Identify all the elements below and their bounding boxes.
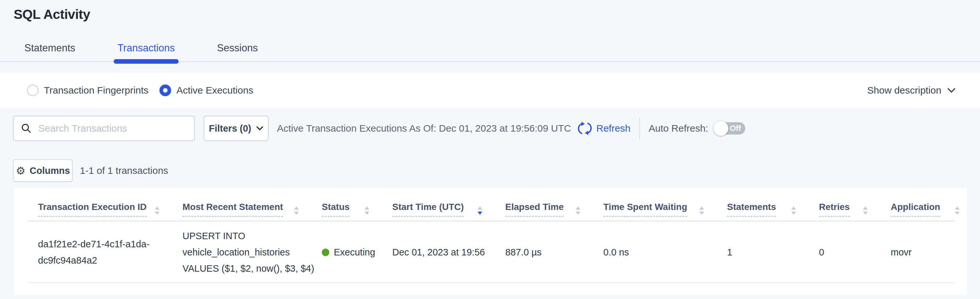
column-header-retries[interactable]: Retries xyxy=(819,202,891,221)
show-description-toggle[interactable]: Show description xyxy=(867,85,956,96)
transactions-table: Transaction Execution ID Most Recent Sta… xyxy=(14,187,967,295)
show-description-label: Show description xyxy=(867,85,941,96)
view-mode-bar: Transaction Fingerprints Active Executio… xyxy=(0,73,980,108)
table-toolbar: ⚙︎ Columns 1-1 of 1 transactions xyxy=(13,159,967,182)
sort-icon xyxy=(364,206,369,215)
auto-refresh-toggle[interactable]: Off xyxy=(714,122,745,134)
sort-icon xyxy=(699,206,704,215)
filters-label: Filters (0) xyxy=(209,123,251,134)
refresh-icon xyxy=(578,121,592,136)
column-header-most-recent-statement[interactable]: Most Recent Statement xyxy=(183,202,322,221)
cell-start-time: Dec 01, 2023 at 19:56 xyxy=(392,244,505,260)
search-icon xyxy=(21,123,32,134)
chevron-down-icon xyxy=(256,126,263,131)
column-header-status[interactable]: Status xyxy=(322,202,392,221)
radio-unselected-icon xyxy=(27,85,39,96)
sql-activity-page: SQL Activity Statements Transactions Ses… xyxy=(0,0,980,299)
status-label: Executing xyxy=(334,244,375,260)
cell-most-recent-statement: UPSERT INTO vehicle_location_histories V… xyxy=(183,228,322,277)
radio-label: Transaction Fingerprints xyxy=(44,85,148,96)
tab-transactions[interactable]: Transactions xyxy=(114,43,178,61)
tab-statements[interactable]: Statements xyxy=(21,43,79,61)
radio-selected-icon xyxy=(159,85,171,96)
result-count: 1-1 of 1 transactions xyxy=(80,165,168,176)
cell-status: Executing xyxy=(322,244,392,260)
columns-button[interactable]: ⚙︎ Columns xyxy=(13,159,73,182)
tab-sessions[interactable]: Sessions xyxy=(213,43,262,61)
toggle-state-label: Off xyxy=(730,124,745,133)
search-input-wrapper[interactable] xyxy=(13,116,195,141)
sort-icon xyxy=(294,206,299,215)
radio-active-executions[interactable]: Active Executions xyxy=(159,85,253,96)
auto-refresh-label: Auto Refresh: xyxy=(649,123,708,134)
divider xyxy=(640,118,640,139)
cell-time-spent-waiting: 0.0 ns xyxy=(603,244,727,260)
columns-button-label: Columns xyxy=(30,165,70,176)
radio-label: Active Executions xyxy=(176,85,253,96)
page-title: SQL Activity xyxy=(14,6,980,22)
chevron-down-icon xyxy=(947,88,956,93)
column-header-elapsed-time[interactable]: Elapsed Time xyxy=(505,202,603,221)
sort-icon xyxy=(154,206,160,215)
tab-bar: Statements Transactions Sessions xyxy=(0,43,980,62)
toggle-knob xyxy=(713,121,729,136)
sort-icon xyxy=(791,206,796,215)
cell-retries: 0 xyxy=(819,244,891,260)
as-of-text: Active Transaction Executions As Of: Dec… xyxy=(277,123,571,134)
status-executing-dot-icon xyxy=(322,249,329,256)
column-header-time-spent-waiting[interactable]: Time Spent Waiting xyxy=(603,202,727,221)
radio-transaction-fingerprints[interactable]: Transaction Fingerprints xyxy=(27,85,148,96)
column-header-start-time[interactable]: Start Time (UTC) xyxy=(392,202,505,221)
gear-icon: ⚙︎ xyxy=(16,165,25,176)
sort-icon xyxy=(955,206,960,215)
sort-icon-desc-active xyxy=(477,206,482,215)
controls-row: Filters (0) Active Transaction Execution… xyxy=(13,116,967,141)
table-header-row: Transaction Execution ID Most Recent Sta… xyxy=(14,187,967,221)
filters-button[interactable]: Filters (0) xyxy=(204,116,269,141)
cell-statements: 1 xyxy=(727,244,819,260)
table-row[interactable]: da1f21e2-de71-4c1f-a1da-dc9fc94a84a2 UPS… xyxy=(14,221,967,283)
sort-icon xyxy=(575,206,581,215)
cell-application: movr xyxy=(891,244,968,260)
column-header-statements[interactable]: Statements xyxy=(727,202,819,221)
column-header-application[interactable]: Application xyxy=(891,202,968,221)
sort-icon xyxy=(863,206,868,215)
column-header-transaction-execution-id[interactable]: Transaction Execution ID xyxy=(38,202,183,221)
refresh-button[interactable]: Refresh xyxy=(578,121,630,136)
search-input[interactable] xyxy=(38,123,194,134)
cell-elapsed-time: 887.0 µs xyxy=(505,244,603,260)
cell-transaction-execution-id: da1f21e2-de71-4c1f-a1da-dc9fc94a84a2 xyxy=(38,236,161,269)
refresh-label: Refresh xyxy=(596,123,630,134)
